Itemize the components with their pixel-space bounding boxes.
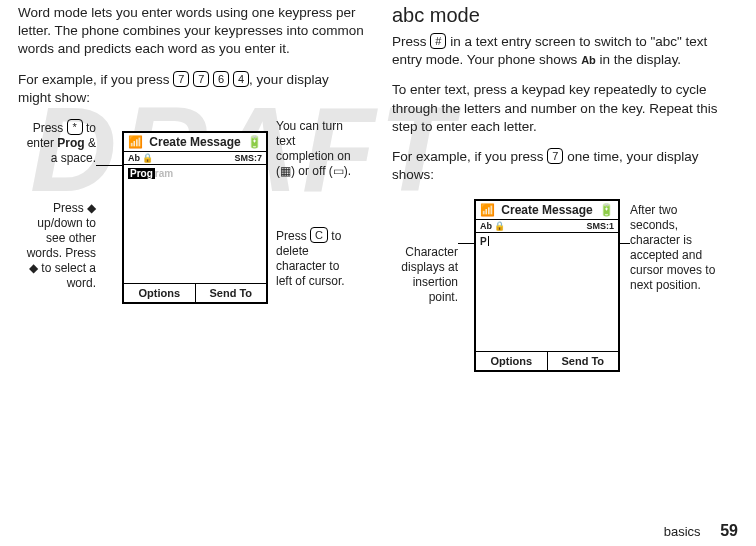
softkey-options[interactable]: Options — [124, 284, 196, 302]
phone-screen-left: 📶 Create Message 🔋 Ab 🔒 SMS:7 Program Op… — [122, 131, 268, 304]
key-hash-icon: # — [430, 33, 446, 49]
caption-press-c: Press C to delete character to left of c… — [276, 227, 356, 289]
right-column: abc mode Press # in a text entry screen … — [392, 4, 738, 431]
leader-line — [96, 165, 122, 166]
left-p2-text-a: For example, if you press — [18, 72, 173, 87]
caption-press-nav: Press ◆ up/down to see other words. Pres… — [18, 201, 96, 291]
phone-status-bar: Ab 🔒 SMS:1 — [476, 220, 618, 233]
phone-softkeys: Options Send To — [124, 283, 266, 302]
softkey-options[interactable]: Options — [476, 352, 548, 370]
key-4-icon: 4 — [233, 71, 249, 87]
battery-icon: 🔋 — [599, 203, 614, 217]
phone-status-right: SMS:7 — [234, 153, 262, 163]
phone-body: Program — [124, 165, 266, 283]
footer-page-number: 59 — [720, 522, 738, 539]
ab-indicator-icon: Ab — [581, 54, 596, 66]
caption-text-completion: You can turn text completion on (▦) or o… — [276, 119, 354, 179]
phone-title: Create Message — [147, 135, 243, 149]
nav-key-icon: ◆ — [29, 261, 38, 275]
completion-on-icon: ▦ — [280, 164, 291, 178]
abc-mode-heading: abc mode — [392, 4, 738, 27]
predicted-suffix: ram — [155, 168, 173, 179]
phone-title-bar: 📶 Create Message 🔋 — [124, 133, 266, 152]
footer-section: basics — [664, 524, 701, 539]
left-column: Word mode lets you enter words using one… — [18, 4, 364, 431]
key-7-icon: 7 — [193, 71, 209, 87]
left-paragraph-2: For example, if you press 7 7 6 4, your … — [18, 71, 364, 107]
caption-press-star: Press * to enter Prog & a space. — [18, 119, 96, 166]
right-figure: Character displays at insertion point. 📶… — [392, 197, 738, 431]
phone-status-left: Ab 🔒 — [128, 153, 154, 163]
phone-title-bar: 📶 Create Message 🔋 — [476, 201, 618, 220]
left-figure: Press * to enter Prog & a space. Press ◆… — [18, 119, 364, 349]
leader-line — [458, 243, 474, 244]
phone-screen-right: 📶 Create Message 🔋 Ab 🔒 SMS:1 P Options … — [474, 199, 620, 372]
page-footer: basics 59 — [664, 522, 738, 540]
right-paragraph-2: To enter text, press a keypad key repeat… — [392, 81, 738, 136]
left-paragraph-1: Word mode lets you enter words using one… — [18, 4, 364, 59]
cursor-icon — [488, 236, 489, 246]
softkey-send-to[interactable]: Send To — [196, 284, 267, 302]
phone-status-bar: Ab 🔒 SMS:7 — [124, 152, 266, 165]
right-paragraph-3: For example, if you press 7 one time, yo… — [392, 148, 738, 184]
right-paragraph-1: Press # in a text entry screen to switch… — [392, 33, 738, 69]
phone-title: Create Message — [499, 203, 595, 217]
softkey-send-to[interactable]: Send To — [548, 352, 619, 370]
leader-line — [620, 243, 630, 244]
phone-status-left: Ab 🔒 — [480, 221, 506, 231]
battery-icon: 🔋 — [247, 135, 262, 149]
caption-after-two-seconds: After two seconds, character is accepted… — [630, 203, 722, 293]
key-7-icon: 7 — [547, 148, 563, 164]
key-star-icon: * — [67, 119, 83, 135]
key-c-icon: C — [310, 227, 328, 243]
key-6-icon: 6 — [213, 71, 229, 87]
highlighted-word: Prog — [128, 168, 155, 179]
signal-icon: 📶 — [128, 135, 143, 149]
phone-softkeys: Options Send To — [476, 351, 618, 370]
phone-body: P — [476, 233, 618, 351]
nav-key-icon: ◆ — [87, 201, 96, 215]
typed-char: P — [480, 236, 487, 247]
caption-char-insertion: Character displays at insertion point. — [392, 245, 458, 305]
key-7-icon: 7 — [173, 71, 189, 87]
signal-icon: 📶 — [480, 203, 495, 217]
completion-off-icon: ▭ — [333, 164, 344, 178]
phone-status-right: SMS:1 — [586, 221, 614, 231]
